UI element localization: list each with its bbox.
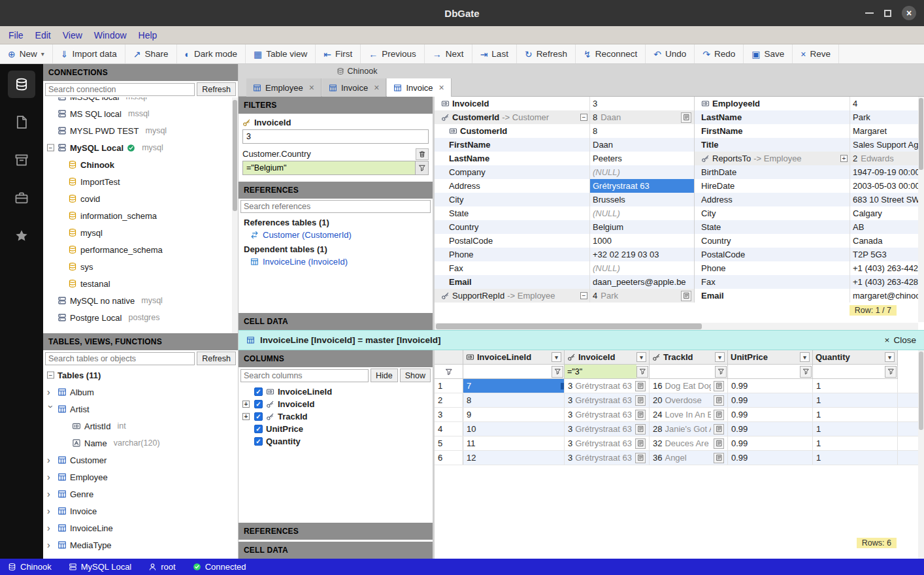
filter-value-input[interactable] (243, 130, 428, 143)
field-label-cell[interactable]: CustomerId -> Customer − (435, 112, 589, 122)
field-value-cell[interactable]: Sales Support Agent (850, 138, 924, 152)
field-label-cell[interactable]: Country (695, 236, 850, 246)
connection-item[interactable]: Postgre Local postgres (43, 309, 238, 326)
tab[interactable]: Employee × (246, 78, 322, 97)
field-value-cell[interactable]: margaret@chinoo (850, 289, 924, 303)
column-checklist-item[interactable]: + InvoiceId (239, 398, 433, 410)
open-form-icon[interactable] (681, 112, 691, 123)
field-label-cell[interactable]: Email (695, 291, 850, 301)
grid-column-header[interactable]: TrackId ▾ (650, 350, 728, 365)
chevron-right-icon[interactable]: › (47, 523, 55, 533)
field-value-cell[interactable]: +1 (403) 263-4289 (850, 275, 924, 289)
tree-item[interactable]: › MediaType (43, 536, 238, 553)
cell-unitprice[interactable]: 0.99 (728, 436, 813, 450)
row-number-cell[interactable]: 4 (435, 422, 463, 436)
field-label-cell[interactable]: Phone (695, 263, 850, 273)
cell-unitprice[interactable]: 0.99 (728, 393, 813, 407)
toolbar-button[interactable]: ← Previous (361, 44, 425, 63)
field-value-cell[interactable]: 2003-05-03 00:00:0 (850, 179, 924, 193)
open-form-icon[interactable] (714, 395, 724, 406)
grid-column-header[interactable]: InvoiceId ▾ (565, 350, 650, 365)
row-number-cell[interactable]: 3 (435, 408, 463, 421)
column-menu-button[interactable]: ▾ (636, 352, 646, 362)
column-filter-input[interactable] (463, 365, 552, 378)
toolbar-button[interactable]: ◐ Dark mode (177, 44, 246, 63)
chevron-right-icon[interactable]: › (46, 405, 56, 413)
tab[interactable]: Invoice × (322, 78, 386, 97)
field-label-cell[interactable]: Country (435, 222, 589, 232)
toolbar-button[interactable]: ↻ Refresh (517, 44, 576, 63)
field-value-cell[interactable]: +32 02 219 03 03 (589, 248, 694, 261)
tree-item[interactable]: ArtistId int (43, 418, 238, 435)
close-icon[interactable]: × (439, 82, 444, 93)
field-value-cell[interactable]: Peeters (589, 152, 694, 165)
field-label-cell[interactable]: Fax (695, 277, 850, 287)
cell-invoicelineid[interactable]: 12 (463, 451, 565, 465)
column-checkbox[interactable] (254, 400, 263, 408)
connection-item[interactable]: ImportTest (43, 173, 238, 190)
cell-quantity[interactable]: 1 (813, 451, 898, 465)
field-value-cell[interactable]: Canada (850, 234, 924, 248)
expand-toggle-icon[interactable]: + (840, 155, 848, 162)
chevron-right-icon[interactable]: › (47, 506, 55, 516)
column-filter-input[interactable] (813, 365, 885, 378)
cell-trackid[interactable]: 32 Deuces Are W (650, 436, 728, 450)
column-checklist-item[interactable]: Quantity (239, 435, 433, 448)
field-value-cell[interactable]: daan_peeters@apple.be (589, 275, 694, 289)
tree-item[interactable]: › Artist (43, 401, 238, 418)
field-value-cell[interactable]: 3 (589, 97, 694, 110)
field-label-cell[interactable]: SupportRepId -> Employee − (435, 291, 589, 301)
connection-item[interactable]: MS SQL local mssql (43, 105, 238, 122)
connection-item[interactable]: testanal (43, 275, 238, 292)
expand-toggle-icon[interactable]: − (47, 144, 54, 152)
field-value-cell[interactable]: 4 Park (589, 289, 694, 303)
cell-trackid[interactable]: 16 Dog Eat Dog (650, 379, 728, 393)
connection-item[interactable]: mysql (43, 224, 238, 241)
plugins-rail-button[interactable] (8, 184, 35, 212)
connection-item[interactable]: covid (43, 190, 238, 207)
tab[interactable]: Invoice × (387, 78, 451, 97)
field-value-cell[interactable]: Belgium (589, 220, 694, 234)
column-checkbox[interactable] (254, 387, 263, 396)
cell-unitprice[interactable]: 0.99 (728, 408, 813, 421)
reference-link-invoiceline[interactable]: InvoiceLine (InvoiceId) (239, 255, 433, 268)
column-checklist-item[interactable]: InvoiceLineId (239, 386, 433, 398)
open-form-icon[interactable] (714, 453, 724, 463)
expand-toggle-icon[interactable]: + (242, 413, 250, 420)
filter-menu-button[interactable] (800, 366, 812, 378)
toolbar-button[interactable]: × Reve (793, 44, 839, 63)
field-value-cell[interactable]: Grétrystraat 63 (589, 179, 694, 193)
field-label-cell[interactable]: Fax (435, 263, 589, 273)
search-connection-input[interactable] (45, 83, 195, 96)
cell-trackid[interactable]: 24 Love In An El (650, 408, 728, 421)
field-label-cell[interactable]: Email (435, 277, 589, 287)
scrollbar-thumb[interactable] (919, 352, 923, 430)
menu-item[interactable]: View (57, 26, 88, 44)
field-value-cell[interactable]: Calgary (850, 206, 924, 220)
tree-item[interactable]: › Album (43, 384, 238, 401)
tree-item[interactable]: › Employee (43, 468, 238, 485)
grid-column-header[interactable]: Quantity ▾ (813, 350, 898, 365)
menu-item[interactable]: Window (88, 26, 133, 44)
cell-unitprice[interactable]: 0.99 (728, 422, 813, 436)
field-label-cell[interactable]: FirstName (435, 140, 589, 150)
cell-quantity[interactable]: 1 (813, 408, 898, 421)
archive-rail-button[interactable] (8, 146, 35, 174)
search-columns-input[interactable] (240, 369, 369, 382)
filter-menu-button[interactable] (552, 366, 563, 378)
column-menu-button[interactable]: ▾ (800, 352, 810, 362)
reference-link-customer[interactable]: Customer (CustomerId) (239, 229, 433, 241)
field-value-cell[interactable]: 8 (589, 124, 694, 138)
field-value-cell[interactable]: 683 10 Street SW (850, 193, 924, 206)
open-form-icon[interactable] (635, 453, 646, 463)
open-form-icon[interactable] (681, 291, 691, 301)
open-form-icon[interactable] (635, 424, 646, 435)
cell-invoicelineid[interactable]: 11 (463, 436, 565, 450)
chevron-right-icon[interactable]: › (47, 472, 55, 482)
cell-trackid[interactable]: 36 Angel (650, 451, 728, 465)
column-menu-button[interactable]: ▾ (552, 352, 561, 362)
tree-item[interactable]: › Customer (43, 452, 238, 468)
menu-item[interactable]: Edit (29, 26, 57, 44)
show-column-button[interactable]: Show (400, 369, 431, 382)
filter-menu-button[interactable] (636, 366, 648, 378)
